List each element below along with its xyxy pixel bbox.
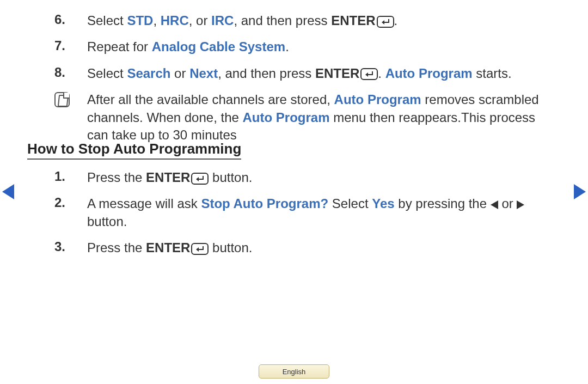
note-body: After all the available channels are sto… [87, 91, 544, 144]
text-run: IRC [211, 13, 234, 28]
steps-section-b: 1.Press the ENTER button.2.A message wil… [54, 169, 544, 266]
text-run: Repeat for [87, 39, 152, 54]
list-number: 7. [54, 38, 87, 56]
text-run: button. [87, 214, 127, 229]
list-body: Select STD, HRC, or IRC, and then press … [87, 12, 544, 29]
text-run: Yes [372, 196, 394, 211]
text-run: starts. [473, 66, 512, 81]
chevron-left-icon [2, 184, 14, 199]
text-run: Next [189, 66, 218, 81]
text-run: or [498, 196, 517, 211]
text-run: , and then press [218, 66, 315, 81]
list-number: 2. [54, 195, 87, 230]
nav-prev-button[interactable] [2, 184, 14, 199]
text-run: by pressing the [395, 196, 491, 211]
text-run: Select [87, 66, 127, 81]
text-run: Auto Program [334, 92, 421, 107]
note-row: After all the available channels are sto… [54, 91, 544, 144]
text-run: Select [87, 13, 127, 28]
text-run: STD [127, 13, 153, 28]
text-run: , and then press [234, 13, 331, 28]
steps-section-a: 6.Select STD, HRC, or IRC, and then pres… [54, 12, 544, 154]
list-number: 1. [54, 169, 87, 186]
enter-icon [377, 16, 394, 28]
text-run: Analog Cable System [152, 39, 285, 54]
text-run: After all the available channels are sto… [87, 92, 334, 107]
text-run: ENTER [331, 13, 375, 28]
note-icon [54, 92, 70, 107]
list-body: Select Search or Next, and then press EN… [87, 65, 544, 82]
chevron-right-icon [574, 184, 586, 199]
text-run: button. [209, 170, 252, 185]
enter-icon [191, 173, 209, 185]
text-run: Select [328, 196, 372, 211]
list-item: 1.Press the ENTER button. [54, 169, 544, 186]
note-icon-cell [54, 91, 87, 144]
enter-icon [360, 68, 378, 80]
right-arrow-icon [517, 200, 524, 209]
list-item: 3.Press the ENTER button. [54, 239, 544, 257]
list-body: A message will ask Stop Auto Program? Se… [87, 195, 544, 230]
list-number: 3. [54, 239, 87, 257]
text-run: Press the [87, 240, 146, 255]
text-run: or [170, 66, 189, 81]
text-run: Auto Program [243, 110, 330, 125]
list-item: 2.A message will ask Stop Auto Program? … [54, 195, 544, 230]
left-arrow-icon [491, 200, 498, 209]
text-run: ENTER [146, 240, 190, 255]
nav-next-button[interactable] [574, 184, 586, 199]
heading-stop-auto-programming: How to Stop Auto Programming [27, 141, 241, 160]
list-number: 6. [54, 12, 87, 29]
list-body: Press the ENTER button. [87, 239, 544, 257]
text-run: Auto Program [385, 66, 473, 81]
list-item: 7.Repeat for Analog Cable System. [54, 38, 544, 56]
text-run: ENTER [315, 66, 359, 81]
text-run: button. [209, 240, 252, 255]
text-run: . [394, 13, 398, 28]
text-run: HRC [161, 13, 189, 28]
text-run: Search [127, 66, 170, 81]
enter-icon [191, 243, 209, 255]
text-run: . [378, 66, 385, 81]
text-run: Press the [87, 170, 146, 185]
text-run: A message will ask [87, 196, 201, 211]
list-body: Press the ENTER button. [87, 169, 544, 186]
text-run: ENTER [146, 170, 190, 185]
language-button[interactable]: English [259, 364, 329, 379]
list-number: 8. [54, 65, 87, 82]
text-run: . [285, 39, 289, 54]
text-run: , or [189, 13, 211, 28]
list-body: Repeat for Analog Cable System. [87, 38, 544, 56]
text-run: , [153, 13, 160, 28]
list-item: 6.Select STD, HRC, or IRC, and then pres… [54, 12, 544, 29]
list-item: 8.Select Search or Next, and then press … [54, 65, 544, 82]
text-run: Stop Auto Program? [201, 196, 328, 211]
